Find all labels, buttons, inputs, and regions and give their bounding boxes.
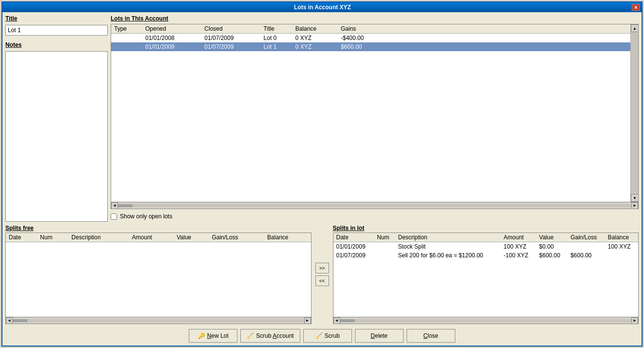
col-opened: Opened [142,24,201,34]
cell-closed: 01/07/2009 [201,42,260,51]
move-to-lot-button[interactable]: >> [315,263,329,273]
sil-amount: 100 XYZ [501,242,536,251]
table-row[interactable]: 01/01/2009 01/07/2009 Lot 1 0 XYZ $600.0… [111,42,630,51]
scrub-button[interactable]: 🧹 Scrub [303,329,352,343]
checkbox-row: Show only open lots [111,211,639,222]
delete-label: Delete [371,332,388,339]
sf-col-amount: Amount [129,233,174,242]
sil-value: $0.00 [536,242,567,251]
sil-gainloss: $600.00 [567,251,605,260]
sil-col-gainloss: Gain/Loss [567,233,605,242]
splits-in-lot-label: Splits in lot [333,225,639,232]
notes-label: Notes [5,41,108,48]
sf-col-gainloss: Gain/Loss [209,233,264,242]
notes-textarea[interactable] [5,51,108,222]
col-balance: Balance [293,24,338,34]
sil-date: 01/01/2009 [333,242,374,251]
sil-col-amount: Amount [501,233,536,242]
hscroll-sl-left[interactable]: ◄ [333,317,340,324]
vertical-scrollbar[interactable]: ▲ ▼ [630,24,638,202]
sil-num [374,251,395,260]
cell-balance: 0 XYZ [293,34,338,43]
lots-table: Type Opened Closed Title Balance Gains [111,24,630,51]
title-input[interactable] [5,25,108,36]
sil-desc: Sell 200 for $6.00 ea = $1200.00 [395,251,501,260]
hscroll-splits-free[interactable]: ◄ ► [6,317,311,324]
scroll-down-btn[interactable]: ▼ [631,194,638,202]
col-closed: Closed [201,24,260,34]
splits-in-lot-header: Date Num Description Amount Value Gain/L… [333,233,639,242]
hscroll-splits-lot[interactable]: ◄ ► [333,317,639,324]
cell-gains: $600.00 [338,42,630,51]
scroll-up-btn[interactable]: ▲ [631,24,638,32]
close-label: Close [423,332,438,339]
hscroll-sl-track[interactable] [340,319,632,322]
hscroll-track-lots[interactable] [118,204,631,207]
sil-balance [605,251,638,260]
sil-amount: -100 XYZ [501,251,536,260]
new-lot-button[interactable]: 🔑 New Lot [189,329,237,343]
lots-table-inner[interactable]: Type Opened Closed Title Balance Gains [111,24,630,202]
hscroll-thumb-lots [118,204,133,207]
cell-type [111,42,142,51]
lots-section-label: Lots in This Account [111,15,639,22]
sil-date: 01/07/2009 [333,251,374,260]
sil-gainloss [567,242,605,251]
table-row[interactable]: 01/01/2009 Stock Split 100 XYZ $0.00 100… [333,242,639,251]
hscroll-sf-thumb [13,319,27,322]
new-lot-icon: 🔑 [198,332,205,339]
hscroll-sl-thumb [340,319,355,322]
bottom-section: Splits free Date Num Description Amount … [2,225,642,327]
splits-free-label: Splits free [5,225,312,232]
move-to-free-button[interactable]: << [315,275,329,286]
main-content: Title Notes Lots in This Account Type Op… [2,12,642,225]
transfer-arrows: >> << [314,225,330,324]
scrub-label: Scrub [325,332,340,339]
hscroll-sf-left[interactable]: ◄ [6,317,13,324]
delete-button[interactable]: Delete [355,329,404,343]
splits-free-table-container: Date Num Description Amount Value Gain/L… [5,232,312,324]
hscroll-sf-track[interactable] [13,319,304,322]
col-gains: Gains [338,24,630,34]
show-open-lots-label[interactable]: Show only open lots [120,213,172,220]
sf-col-value: Value [174,233,209,242]
col-title: Title [261,24,293,34]
col-type: Type [111,24,142,34]
right-panel: Lots in This Account Type Opened Closed … [111,15,639,222]
cell-opened: 01/01/2008 [142,34,201,43]
window-title: Lots in Account XYZ [13,4,632,11]
left-panel: Title Notes [5,15,108,222]
hscroll-sf-right[interactable]: ► [304,317,311,324]
sil-col-desc: Description [395,233,501,242]
hscroll-left-btn[interactable]: ◄ [111,202,118,209]
scrub-account-button[interactable]: 🧹 Scrub Account [240,329,300,343]
title-label: Title [5,15,108,22]
cell-opened: 01/01/2009 [142,42,201,51]
splits-free-table: Date Num Description Amount Value Gain/L… [6,233,311,242]
lots-table-scroll: Type Opened Closed Title Balance Gains [111,24,638,202]
cell-balance: 0 XYZ [293,42,338,51]
hscroll-sl-right[interactable]: ► [631,317,638,324]
horizontal-scrollbar-lots[interactable]: ◄ ► [111,202,638,209]
cell-title: Lot 1 [261,42,293,51]
splits-free-header: Date Num Description Amount Value Gain/L… [6,233,311,242]
sil-col-balance: Balance [605,233,638,242]
sf-col-num: Num [37,233,68,242]
hscroll-right-btn[interactable]: ► [631,202,638,209]
sil-desc: Stock Split [395,242,501,251]
scroll-track[interactable] [631,32,638,194]
close-button[interactable]: Close [407,329,455,343]
cell-title: Lot 0 [261,34,293,43]
show-open-lots-checkbox[interactable] [111,213,117,220]
new-lot-label: New Lot [207,332,229,339]
cell-closed: 01/07/2009 [201,34,260,43]
splits-in-lot-table: Date Num Description Amount Value Gain/L… [333,233,639,260]
table-row[interactable]: 01/01/2008 01/07/2009 Lot 0 0 XYZ -$400.… [111,34,630,43]
close-window-button[interactable]: ✕ [632,4,640,11]
lots-table-container: Type Opened Closed Title Balance Gains [111,24,639,209]
sil-value: $600.00 [536,251,567,260]
table-row[interactable]: 01/07/2009 Sell 200 for $6.00 ea = $1200… [333,251,639,260]
cell-type [111,34,142,43]
sil-col-date: Date [333,233,374,242]
splits-in-lot-table-container: Date Num Description Amount Value Gain/L… [333,232,639,324]
